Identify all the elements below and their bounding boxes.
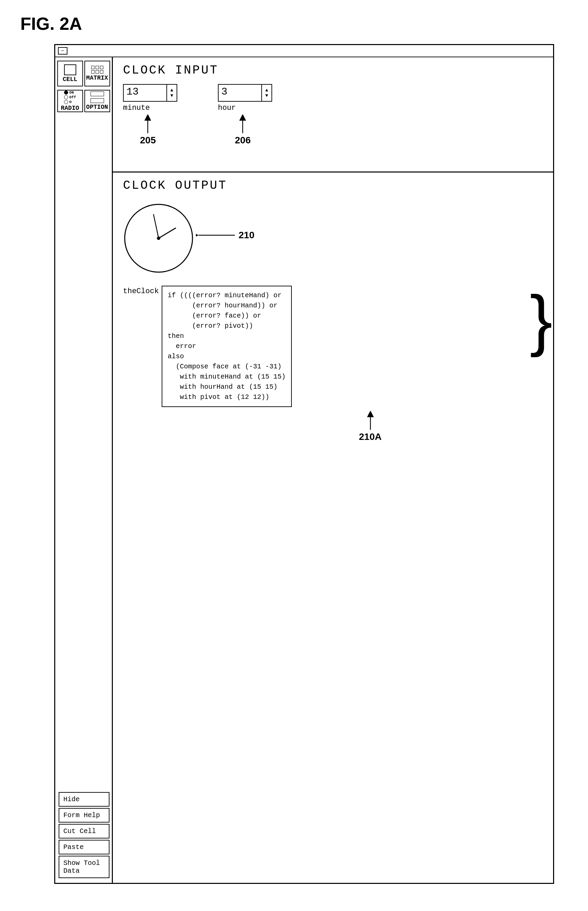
arrow-210 [196,230,237,240]
ref-210a: 210A [359,431,381,442]
form-help-button[interactable]: Form Help [59,808,110,822]
cell-label: CELL [63,76,77,83]
minute-up-arrow[interactable]: ▲ [170,88,173,92]
option-button[interactable]: OPTION [84,90,110,112]
toolbar-bottom-row: ON Off O RADIO OPTION [57,90,110,112]
hour-up-arrow[interactable]: ▲ [265,88,268,92]
matrix-icon [91,66,103,74]
option-label: OPTION [86,104,108,110]
hour-value: 3 [219,85,261,101]
cut-cell-button[interactable]: Cut Cell [59,824,110,838]
option-icon2 [90,98,104,103]
code-bracket: } [530,286,552,354]
figure-label: FIG. 2A [20,14,82,34]
minute-arrows[interactable]: ▲ ▼ [166,85,176,101]
radio-label: RADIO [61,105,79,111]
hour-input-group: 3 ▲ ▼ hour [218,84,272,112]
main-window: — CELL MATRIX ON [54,44,554,884]
left-toolbar: CELL MATRIX ON Off [55,57,113,883]
option-icon [90,92,104,96]
hour-spinner[interactable]: 3 ▲ ▼ [218,84,272,102]
clock-input-title: CLOCK INPUT [123,63,543,77]
arrow-210a [365,411,375,431]
minute-value: 13 [124,85,166,101]
hour-arrows[interactable]: ▲ ▼ [261,85,271,101]
hour-down-arrow[interactable]: ▼ [265,93,268,98]
ref-210: 210 [239,230,255,241]
minute-spinner[interactable]: 13 ▲ ▼ [123,84,177,102]
minimize-button[interactable]: — [58,47,68,55]
cell-button[interactable]: CELL [57,61,83,86]
cell-icon [64,65,76,75]
show-tool-data-button[interactable]: Show Tool Data [59,856,110,878]
input-row: 13 ▲ ▼ minute [123,84,543,112]
arrow-206 [237,115,248,135]
ref-210-annotation: 210 [196,230,255,241]
radio-button[interactable]: ON Off O RADIO [57,90,83,112]
matrix-button[interactable]: MATRIX [84,61,110,86]
hide-button[interactable]: Hide [59,792,110,807]
radio-icon: ON Off O [64,90,76,104]
hour-label: hour [218,104,236,112]
main-content: CLOCK INPUT 13 ▲ ▼ minute [113,57,553,883]
code-area: theClock if ((((error? minuteHand) or (e… [123,286,543,407]
toolbar-top-row: CELL MATRIX [57,61,110,86]
ref-206: 206 [235,135,251,146]
svg-point-7 [157,237,160,240]
clock-code-box: if ((((error? minuteHand) or (error? hou… [162,286,292,407]
clock-face [123,203,194,274]
clock-input-section: CLOCK INPUT 13 ▲ ▼ minute [113,57,553,173]
matrix-label: MATRIX [86,74,108,81]
clock-code-label: theClock [123,286,159,296]
minute-label: minute [123,104,150,112]
ref-210a-annotation: 210A [197,411,543,442]
ref-205: 205 [140,135,156,146]
bottom-buttons: Hide Form Help Cut Cell Paste Show Tool … [55,792,113,883]
minute-down-arrow[interactable]: ▼ [170,93,173,98]
clock-output-section: CLOCK OUTPUT [113,173,553,883]
title-bar: — [55,45,553,57]
arrow-205 [143,115,153,135]
clock-output-title: CLOCK OUTPUT [123,179,543,192]
minute-input-group: 13 ▲ ▼ minute [123,84,177,112]
paste-button[interactable]: Paste [59,840,110,854]
